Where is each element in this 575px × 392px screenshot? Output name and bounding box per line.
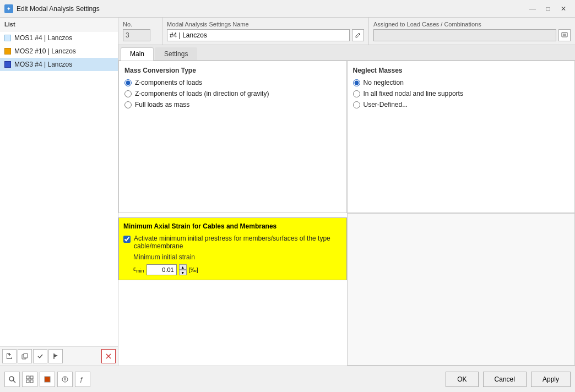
panels-grid: Mass Conversion Type Z-components of loa…	[118, 61, 575, 366]
sidebar-color-mos2	[4, 48, 11, 55]
sidebar-item-label-mos2: MOS2 #10 | Lanczos	[14, 47, 76, 55]
delete-item-button[interactable]	[101, 349, 116, 363]
radio-z-components-loads-input[interactable]	[124, 79, 132, 86]
sidebar-item-label-mos3: MOS3 #4 | Lanczos	[14, 61, 72, 68]
epsilon-input[interactable]	[147, 264, 177, 275]
sidebar-tools	[0, 346, 118, 366]
sidebar-item-mos1[interactable]: MOS1 #4 | Lanczos	[0, 31, 118, 45]
header-row: No. Modal Analysis Settings Name Assigne…	[118, 18, 575, 45]
epsilon-label: εmin	[133, 265, 144, 274]
tab-settings[interactable]: Settings	[155, 47, 197, 60]
epsilon-up-button[interactable]: ▲	[179, 264, 187, 270]
radio-z-components-loads[interactable]: Z-components of loads	[124, 79, 341, 86]
flag-item-button[interactable]	[48, 349, 63, 363]
grid-tool-button[interactable]	[22, 372, 37, 387]
sidebar-item-mos2[interactable]: MOS2 #10 | Lanczos	[0, 45, 118, 58]
color-tool-button[interactable]	[40, 372, 55, 387]
radio-z-components-gravity[interactable]: Z-components of loads (in direction of g…	[124, 90, 341, 97]
title-bar: ✦ Edit Modal Analysis Settings — □ ✕	[0, 0, 575, 18]
neglect-masses-panel: Neglect Masses No neglection In all fixe…	[347, 61, 576, 213]
radio-no-neglection[interactable]: No neglection	[353, 79, 569, 86]
ok-button[interactable]: OK	[446, 372, 478, 387]
window-controls: — □ ✕	[525, 3, 571, 14]
info-tool-button[interactable]	[57, 372, 73, 387]
epsilon-row: εmin ▲ ▼ [‰]	[133, 264, 342, 275]
right-panel: No. Modal Analysis Settings Name Assigne…	[118, 18, 575, 366]
svg-text:ƒ: ƒ	[80, 376, 83, 383]
sidebar-header: List	[0, 18, 118, 31]
dialog-buttons: OK Cancel Apply	[446, 372, 571, 387]
sidebar-item-label-mos1: MOS1 #4 | Lanczos	[14, 34, 72, 42]
svg-rect-15	[30, 376, 33, 379]
radio-user-defined-label: User-Defined...	[364, 101, 408, 108]
tab-main[interactable]: Main	[121, 47, 154, 61]
copy-item-button[interactable]	[18, 349, 32, 363]
radio-no-neglection-input[interactable]	[353, 79, 360, 86]
min-initial-strain-label: Minimum initial strain	[133, 253, 342, 261]
radio-user-defined-input[interactable]	[353, 101, 360, 108]
maximize-button[interactable]: □	[541, 3, 555, 14]
epsilon-spinner: ▲ ▼	[179, 264, 187, 275]
radio-z-components-loads-label: Z-components of loads	[135, 79, 202, 86]
svg-line-13	[13, 380, 15, 383]
radio-fixed-nodal[interactable]: In all fixed nodal and line supports	[353, 90, 569, 97]
bottom-right-panel	[347, 213, 576, 366]
app-icon: ✦	[4, 4, 13, 13]
name-edit-button[interactable]	[352, 29, 364, 41]
no-input[interactable]	[123, 29, 150, 41]
svg-marker-5	[54, 354, 58, 357]
minimize-button[interactable]: —	[525, 3, 540, 14]
func-tool-button[interactable]: ƒ	[75, 372, 90, 387]
epsilon-unit: [‰]	[189, 266, 198, 273]
min-axial-strain-section: Minimum Axial Strain for Cables and Memb…	[118, 217, 347, 280]
radio-full-loads[interactable]: Full loads as mass	[124, 101, 341, 108]
tabs: Main Settings	[118, 45, 575, 61]
dialog-body: List MOS1 #4 | Lanczos MOS2 #10 | Lanczo…	[0, 18, 575, 392]
radio-z-components-gravity-input[interactable]	[124, 90, 132, 97]
neglect-masses-title: Neglect Masses	[353, 67, 569, 74]
bottom-tools: ƒ	[4, 372, 90, 387]
sidebar: List MOS1 #4 | Lanczos MOS2 #10 | Lanczo…	[0, 18, 118, 366]
sidebar-color-mos1	[4, 35, 11, 41]
header-name: Modal Analysis Settings Name	[162, 18, 369, 45]
assigned-input[interactable]	[373, 29, 556, 41]
radio-full-loads-label: Full loads as mass	[135, 101, 189, 108]
svg-point-21	[64, 377, 66, 378]
check-item-button[interactable]	[33, 349, 47, 363]
svg-rect-14	[26, 376, 29, 379]
svg-rect-17	[30, 380, 33, 383]
close-button[interactable]: ✕	[556, 3, 571, 14]
header-assigned: Assigned to Load Cases / Combinations	[369, 18, 575, 45]
radio-z-components-gravity-label: Z-components of loads (in direction of g…	[135, 90, 269, 97]
content-area: Mass Conversion Type Z-components of loa…	[118, 61, 575, 366]
neglect-masses-options: No neglection In all fixed nodal and lin…	[353, 79, 569, 108]
assigned-label: Assigned to Load Cases / Combinations	[373, 21, 571, 28]
no-label: No.	[123, 21, 158, 28]
radio-user-defined[interactable]: User-Defined...	[353, 101, 569, 108]
activate-prestress-label: Activate minimum initial prestress for m…	[134, 235, 342, 250]
svg-rect-9	[562, 32, 567, 37]
assigned-edit-button[interactable]	[558, 29, 571, 41]
add-item-button[interactable]	[2, 349, 17, 363]
bottom-left-panel: Minimum Axial Strain for Cables and Memb…	[118, 213, 347, 366]
svg-rect-1	[8, 354, 11, 355]
name-label: Modal Analysis Settings Name	[167, 21, 364, 28]
bottom-bar: ƒ OK Cancel Apply	[0, 366, 575, 392]
apply-button[interactable]: Apply	[531, 372, 571, 387]
svg-rect-18	[45, 377, 50, 382]
sidebar-list: MOS1 #4 | Lanczos MOS2 #10 | Lanczos MOS…	[0, 31, 118, 346]
zoom-tool-button[interactable]	[4, 372, 20, 387]
mass-conversion-panel: Mass Conversion Type Z-components of loa…	[118, 61, 347, 213]
svg-rect-16	[26, 380, 29, 383]
header-no: No.	[118, 18, 162, 45]
radio-full-loads-input[interactable]	[124, 101, 132, 108]
min-axial-strain-title: Minimum Axial Strain for Cables and Memb…	[123, 222, 342, 230]
svg-rect-3	[24, 353, 28, 358]
activate-prestress-checkbox[interactable]	[123, 236, 131, 243]
radio-fixed-nodal-input[interactable]	[353, 90, 360, 97]
epsilon-down-button[interactable]: ▼	[179, 270, 187, 275]
name-input[interactable]	[167, 29, 350, 41]
cancel-button[interactable]: Cancel	[483, 372, 527, 387]
sidebar-item-mos3[interactable]: MOS3 #4 | Lanczos	[0, 58, 118, 71]
svg-point-12	[9, 377, 14, 381]
